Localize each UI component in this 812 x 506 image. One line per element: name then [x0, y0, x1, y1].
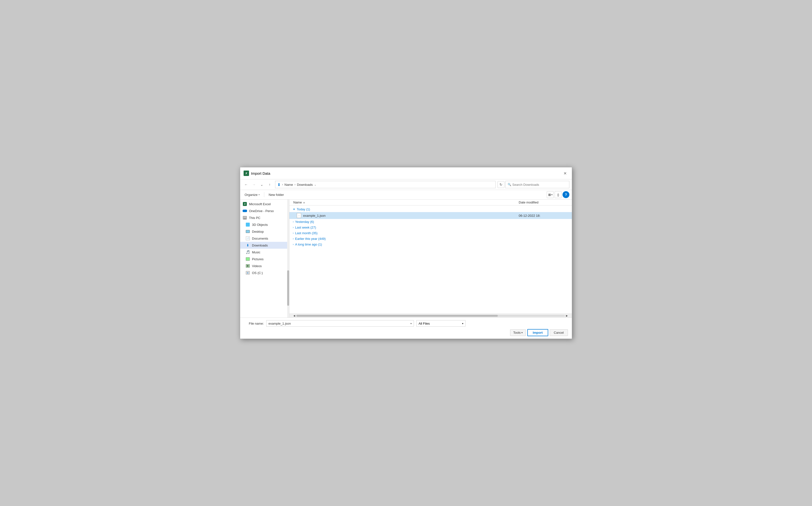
sidebar-label-downloads: Downloads [252, 244, 268, 247]
search-input[interactable] [512, 183, 567, 186]
organize-button[interactable]: Organize ▾ [243, 192, 262, 197]
help-label: ? [565, 193, 567, 196]
sidebar-item-onedrive[interactable]: OneDrive - Perso [240, 207, 289, 214]
sidebar-item-pictures[interactable]: Pictures [240, 256, 289, 262]
sidebar-item-microsoft-excel[interactable]: X Microsoft Excel [240, 200, 289, 207]
preview-icon: ▯ [557, 193, 559, 196]
file-date-example-json: 06-12-2022 18: [519, 214, 568, 218]
excel-dialog-icon: X [244, 171, 249, 176]
sidebar-label-music: Music [252, 250, 260, 254]
sidebar-label-desktop: Desktop [252, 230, 264, 234]
scroll-track[interactable] [296, 315, 565, 317]
tools-dropdown-icon: ▾ [522, 331, 523, 334]
drive-icon: C [246, 271, 250, 275]
group-today-label: Today (1) [297, 207, 310, 211]
column-name[interactable]: Name ▲ [293, 200, 519, 204]
excel-logo: X [244, 171, 249, 176]
group-earlier-this-year[interactable]: › Earlier this year (449) [289, 236, 572, 242]
documents-icon: 📄 [246, 236, 250, 241]
back-button[interactable]: ← [243, 181, 250, 188]
organize-label: Organize [245, 193, 258, 196]
group-earlier-this-year-expand-icon: › [293, 237, 293, 240]
path-download-icon: ⬇ [277, 182, 280, 187]
close-button[interactable]: ✕ [561, 170, 568, 177]
3d-objects-icon [246, 223, 250, 227]
group-last-month-label: Last month (35) [295, 231, 318, 235]
new-folder-button[interactable]: New folder [267, 192, 286, 197]
path-sep-2: › [294, 183, 295, 186]
file-row-example-json[interactable]: □ example_1.json 06-12-2022 18: [289, 212, 572, 219]
group-yesterday-expand-icon: › [293, 221, 293, 223]
sidebar-item-videos[interactable]: Videos [240, 262, 289, 269]
main-content: X Microsoft Excel OneDrive - Perso [240, 199, 572, 318]
file-name-label: File name: [244, 322, 264, 325]
sidebar-item-os-c[interactable]: C OS (C:) [240, 269, 289, 276]
group-last-week[interactable]: › Last week (27) [289, 225, 572, 230]
view-icon: ⊞ [548, 193, 551, 196]
group-long-time-ago-expand-icon: › [293, 243, 293, 246]
recent-locations-button[interactable]: ⌄ [258, 181, 265, 188]
refresh-button[interactable]: ↻ [497, 181, 504, 188]
scroll-left-button[interactable]: ◀ [293, 314, 295, 317]
address-bar[interactable]: ⬇ › Name › Downloads ⌄ [275, 181, 495, 188]
group-today[interactable]: ▼ Today (1) [289, 206, 572, 212]
group-yesterday[interactable]: › Yesterday (6) [289, 219, 572, 225]
search-box[interactable]: 🔍 [505, 181, 569, 188]
new-folder-label: New folder [269, 193, 284, 196]
file-name-input[interactable]: example_1.json ▾ [266, 320, 414, 327]
sidebar-item-desktop[interactable]: Desktop [240, 228, 289, 235]
import-label: Import [533, 331, 543, 334]
sidebar-item-music[interactable]: 🎵 Music [240, 249, 289, 256]
help-button[interactable]: ? [562, 191, 569, 198]
sidebar-label-this-pc: This PC [249, 216, 260, 220]
group-today-expand-icon: ▼ [293, 208, 295, 210]
toolbar: Organize ▾ New folder ⊞ ▾ ▯ ? [240, 190, 572, 199]
file-list: Name ▲ Date modified ▼ Today (1) [289, 199, 572, 318]
sidebar-label-excel: Microsoft Excel [249, 202, 271, 206]
sidebar-item-this-pc[interactable]: This PC [240, 214, 289, 221]
forward-button[interactable]: → [251, 181, 257, 188]
sidebar-label-docs: Documents [252, 237, 268, 240]
videos-icon [246, 264, 250, 268]
path-sep-1: › [282, 183, 283, 186]
group-last-week-expand-icon: › [293, 226, 293, 229]
pictures-icon [246, 257, 250, 261]
column-date-label: Date modified [519, 200, 538, 204]
scroll-right-button[interactable]: ▶ [566, 314, 568, 317]
view-dropdown-icon: ▾ [551, 194, 552, 196]
group-yesterday-label: Yesterday (6) [295, 220, 314, 224]
sidebar-item-3d-objects[interactable]: 3D Objects [240, 221, 289, 228]
desktop-icon [246, 229, 250, 234]
preview-pane-button[interactable]: ▯ [555, 191, 561, 198]
path-dropdown-arrow[interactable]: ⌄ [314, 183, 317, 186]
group-last-month[interactable]: › Last month (35) [289, 230, 572, 236]
excel-sidebar-icon: X [243, 202, 247, 206]
sidebar-label-os-c: OS (C:) [252, 271, 263, 275]
file-type-select[interactable]: All Files ▾ [416, 320, 466, 327]
up-button[interactable]: ↑ [266, 181, 273, 188]
horizontal-scrollbar[interactable]: ◀ ▶ [289, 314, 572, 318]
sidebar-label-onedrive: OneDrive - Perso [249, 209, 274, 213]
view-toggle-button[interactable]: ⊞ ▾ [547, 191, 554, 198]
toolbar-separator [264, 192, 264, 197]
this-pc-icon [243, 216, 247, 220]
path-this-pc: Name [284, 183, 293, 186]
file-type-value: All Files [418, 322, 430, 325]
tools-button[interactable]: Tools ▾ [510, 329, 526, 336]
group-earlier-this-year-label: Earlier this year (449) [295, 237, 326, 241]
sidebar-label-3d: 3D Objects [252, 223, 268, 227]
sidebar-scrollbar-thumb [287, 270, 289, 306]
sidebar-item-documents[interactable]: 📄 Documents [240, 235, 289, 242]
file-row-wrapper: □ example_1.json 06-12-2022 18: [289, 212, 572, 219]
sidebar-item-downloads[interactable]: ⬇ Downloads [240, 242, 289, 249]
path-downloads: Downloads [297, 183, 313, 186]
sort-icon: ▲ [303, 201, 306, 204]
cancel-button[interactable]: Cancel [550, 329, 568, 336]
nav-bar: ← → ⌄ ↑ ⬇ › Name › Downloads ⌄ ↻ 🔍 [240, 179, 572, 190]
sidebar-scrollbar[interactable] [287, 199, 289, 318]
import-button[interactable]: Import [527, 329, 548, 336]
sidebar: X Microsoft Excel OneDrive - Perso [240, 199, 289, 318]
group-long-time-ago[interactable]: › A long time ago (1) [289, 242, 572, 247]
music-icon: 🎵 [246, 250, 250, 254]
dialog-title: Import Data [251, 171, 559, 175]
